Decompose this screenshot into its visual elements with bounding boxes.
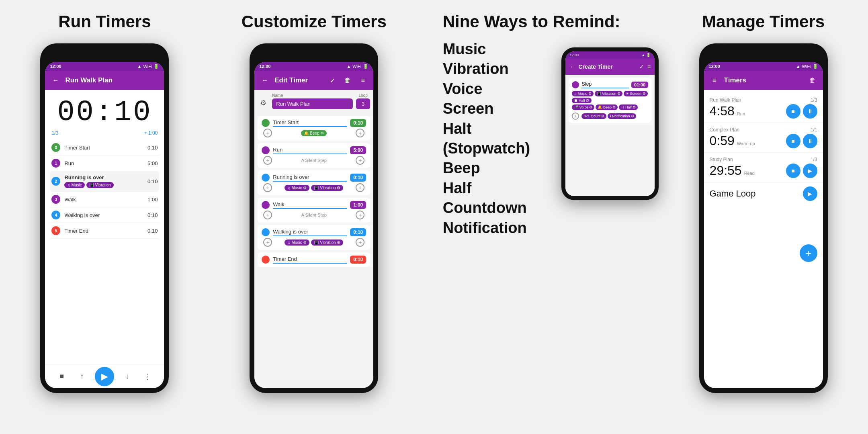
screen-content-2: ⚙ Name Run Walk Plan Loop 3 bbox=[254, 90, 373, 388]
step-number-2: 2 bbox=[51, 177, 60, 186]
create-step-badges-2: 🎤 Voice ⚙ 🔔 Beep ⚙ ⊣ Half ⚙ bbox=[572, 104, 648, 110]
manage-timers-title: Manage Timers bbox=[702, 12, 825, 31]
manage-loop-0: 1/3 bbox=[811, 97, 817, 103]
step-name-3: Walk bbox=[64, 197, 143, 203]
play-btn-2[interactable]: ▶ bbox=[803, 164, 817, 178]
edit-step-3[interactable]: Walk 1:00 + A Silent Step + bbox=[258, 198, 370, 223]
add-right-1[interactable]: + bbox=[356, 156, 364, 165]
manage-controls-2: ■ ▶ bbox=[786, 164, 817, 178]
edit-step-5[interactable]: Timer End 0:10 bbox=[258, 252, 370, 267]
beep-badge-0: 🔔 Beep ⚙ bbox=[301, 130, 327, 136]
add-timer-fab[interactable]: + bbox=[800, 244, 817, 262]
manage-name-0: Run Walk Plan bbox=[710, 97, 741, 103]
nine-ways-phone: 12:00 ▲ 🔋 ← Create Timer ✓ ≡ bbox=[561, 47, 659, 200]
manage-timers-phone: 12:00 ▲ WiFi 🔋 ≡ Timers 🗑 Run bbox=[699, 43, 828, 393]
step-time-0: 0:10 bbox=[147, 145, 158, 151]
dot-2 bbox=[262, 174, 270, 182]
status-icons-1: ▲ WiFi 🔋 bbox=[137, 64, 160, 69]
badge-screen-create: ☀ Screen ⚙ bbox=[624, 91, 648, 96]
status-bar-4: 12:00 ▲ WiFi 🔋 bbox=[704, 62, 823, 71]
manage-item-0[interactable]: Run Walk Plan 1/3 4:58 Run ■ ⏸ bbox=[704, 93, 823, 123]
customize-timers-phone: 12:00 ▲ WiFi 🔋 ← Edit Timer ✓ 🗑 ≡ ⚙ bbox=[250, 43, 378, 393]
menu-button-2[interactable]: ≡ bbox=[357, 75, 368, 86]
timer-display-1: 00:10 1/3 + 1:00 bbox=[45, 90, 164, 140]
step-time-1: 5:00 bbox=[147, 160, 158, 166]
step-item-2[interactable]: 2 Running is over ♫ Music 📳 Vibration 0:… bbox=[50, 171, 159, 192]
step-item-3[interactable]: 3 Walk 1:00 bbox=[50, 192, 159, 207]
stop-btn-0[interactable]: ■ bbox=[786, 104, 800, 119]
add-badge-create[interactable]: + bbox=[572, 113, 579, 120]
more-button-1[interactable]: ⋮ bbox=[140, 369, 155, 384]
add-right-4[interactable]: + bbox=[356, 238, 364, 247]
manage-controls-1: ■ ⏸ bbox=[786, 134, 817, 148]
customize-timers-section: Customize Timers 12:00 ▲ WiFi 🔋 ← Edit T… bbox=[209, 0, 419, 434]
nine-ways-section: Nine Ways to Remind: Music Vibration Voi… bbox=[419, 0, 659, 434]
loop-value-2[interactable]: 3 bbox=[356, 98, 370, 109]
add-right-2[interactable]: + bbox=[356, 183, 364, 192]
status-bar-1: 12:00 ▲ WiFi 🔋 bbox=[45, 62, 164, 71]
create-step-time: 01:00 bbox=[631, 82, 648, 88]
manage-step-1: Warm-up bbox=[737, 141, 755, 146]
create-step-name: Step bbox=[581, 81, 629, 88]
stop-btn-2[interactable]: ■ bbox=[786, 164, 800, 178]
timer-manage-list: Run Walk Plan 1/3 4:58 Run ■ ⏸ bbox=[704, 90, 823, 240]
pause-btn-0[interactable]: ⏸ bbox=[803, 104, 817, 119]
check-button-3[interactable]: ✓ bbox=[639, 63, 644, 70]
edit-name-0: Timer Start bbox=[273, 119, 347, 127]
pause-btn-1[interactable]: ⏸ bbox=[803, 134, 817, 148]
add-badge-2[interactable]: + bbox=[263, 183, 272, 192]
edit-header-row-2: Name Run Walk Plan Loop 3 bbox=[272, 93, 370, 109]
customize-timers-title: Customize Timers bbox=[242, 12, 387, 31]
step-name-5: Timer End bbox=[64, 228, 143, 234]
back-button-3[interactable]: ← bbox=[569, 63, 575, 70]
stop-button-1[interactable]: ■ bbox=[55, 369, 69, 384]
delete-icon-4[interactable]: 🗑 bbox=[807, 75, 818, 86]
add-badge-1[interactable]: + bbox=[263, 156, 272, 165]
menu-icon-4[interactable]: ≡ bbox=[709, 75, 720, 86]
step-name-1: Run bbox=[64, 160, 143, 166]
game-loop-item[interactable]: Game Loop ▶ bbox=[704, 182, 823, 205]
step-item-4[interactable]: 4 Walking is over 0:10 bbox=[50, 207, 159, 223]
manage-item-1[interactable]: Complex Plan 1/1 0:59 Warm-up ■ ⏸ bbox=[704, 123, 823, 153]
add-badge-3[interactable]: + bbox=[263, 211, 272, 219]
badge-voice-create: 🎤 Voice ⚙ bbox=[572, 104, 594, 110]
menu-button-3[interactable]: ≡ bbox=[647, 63, 651, 70]
stop-btn-1[interactable]: ■ bbox=[786, 134, 800, 148]
edit-step-4[interactable]: Walking is over 0:10 + ♫ Music ⚙ 📳 Vibra… bbox=[258, 225, 370, 250]
edit-step-2[interactable]: Running is over 0:10 + ♫ Music ⚙ 📳 Vibra… bbox=[258, 170, 370, 195]
play-button-1[interactable]: ▶ bbox=[95, 367, 114, 386]
up-button-1[interactable]: ↑ bbox=[75, 369, 89, 384]
edit-step-1[interactable]: Run 5:00 + A Silent Step + bbox=[258, 143, 370, 168]
step-item-1[interactable]: 1 Run 5:00 bbox=[50, 156, 159, 171]
game-loop-play[interactable]: ▶ bbox=[803, 186, 817, 201]
badge-music-create: ♫ Music ⚙ bbox=[572, 91, 593, 96]
manage-time-2: 29:55 bbox=[710, 163, 742, 178]
add-right-0[interactable]: + bbox=[356, 129, 364, 137]
edit-time-3: 1:00 bbox=[350, 201, 366, 209]
name-input-2[interactable]: Run Walk Plan bbox=[272, 98, 353, 109]
manage-item-2[interactable]: Study Plan 1/3 29:55 Read ■ ▶ bbox=[704, 153, 823, 182]
create-step-item[interactable]: Step 01:00 ♫ Music ⚙ 📳 Vibration ⚙ ☀ Scr… bbox=[569, 78, 651, 123]
dot-0 bbox=[262, 119, 270, 127]
status-bar-2: 12:00 ▲ WiFi 🔋 bbox=[254, 62, 373, 71]
way-5: Beep bbox=[443, 158, 546, 178]
add-badge-0[interactable]: + bbox=[263, 129, 272, 137]
vibration-badge-edit-4: 📳 Vibration ⚙ bbox=[311, 240, 343, 246]
back-button-2[interactable]: ← bbox=[259, 75, 270, 86]
down-button-1[interactable]: ↓ bbox=[120, 369, 135, 384]
back-button-1[interactable]: ← bbox=[50, 75, 61, 86]
add-right-3[interactable]: + bbox=[356, 211, 364, 219]
step-item-0[interactable]: 0 Timer Start 0:10 bbox=[50, 140, 159, 156]
app-bar-1: ← Run Walk Plan bbox=[45, 71, 164, 90]
edit-step-0[interactable]: Timer Start 0:10 + 🔔 Beep ⚙ + bbox=[258, 116, 370, 141]
way-3: Screen bbox=[443, 99, 546, 119]
step-time-2: 0:10 bbox=[147, 178, 158, 184]
badge-vibration-create: 📳 Vibration ⚙ bbox=[595, 91, 622, 96]
badge-notification-create: ℹ Notification ⚙ bbox=[608, 113, 636, 119]
manage-step-0: Run bbox=[737, 111, 745, 116]
add-badge-4[interactable]: + bbox=[263, 238, 272, 247]
step-item-5[interactable]: 5 Timer End 0:10 bbox=[50, 223, 159, 239]
settings-icon-2[interactable]: ⚙ bbox=[258, 97, 269, 108]
delete-button-2[interactable]: 🗑 bbox=[342, 75, 353, 86]
check-button-2[interactable]: ✓ bbox=[327, 75, 338, 86]
